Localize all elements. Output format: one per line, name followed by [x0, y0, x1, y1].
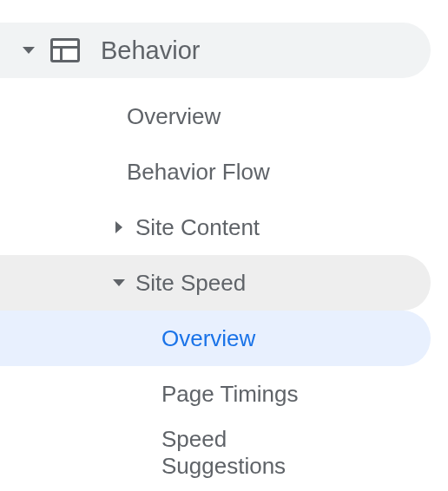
- caret-down-icon: [23, 47, 35, 54]
- nav-item-behavior[interactable]: Behavior: [0, 23, 431, 78]
- nav-item-site-speed[interactable]: Site Speed: [0, 255, 431, 311]
- caret-wrap: [111, 221, 127, 233]
- behavior-icons: [9, 38, 80, 62]
- nav-item-speed-overview[interactable]: Overview: [0, 311, 431, 366]
- nav-label-page-timings: Page Timings: [161, 381, 299, 408]
- nav-label-speed-suggestions: Speed Suggestions: [161, 426, 335, 480]
- caret-down-icon: [113, 279, 125, 286]
- nav-item-behavior-flow[interactable]: Behavior Flow: [0, 144, 448, 200]
- webpage-icon: [50, 38, 80, 62]
- nav-item-speed-suggestions[interactable]: Speed Suggestions: [0, 422, 448, 484]
- nav-item-overview[interactable]: Overview: [0, 88, 448, 144]
- reports-nav: Behavior Overview Behavior Flow Site Con…: [0, 0, 448, 484]
- nav-label-site-speed: Site Speed: [135, 270, 246, 297]
- caret-right-icon: [115, 221, 122, 233]
- nav-label-site-content: Site Content: [135, 214, 260, 241]
- nav-label-overview: Overview: [127, 103, 221, 130]
- caret-wrap: [111, 279, 127, 286]
- nav-label-speed-overview: Overview: [161, 325, 255, 352]
- nav-item-site-content[interactable]: Site Content: [0, 200, 448, 255]
- nav-item-page-timings[interactable]: Page Timings: [0, 366, 448, 422]
- nav-label-behavior-flow: Behavior Flow: [127, 159, 270, 186]
- nav-label-behavior: Behavior: [101, 36, 200, 65]
